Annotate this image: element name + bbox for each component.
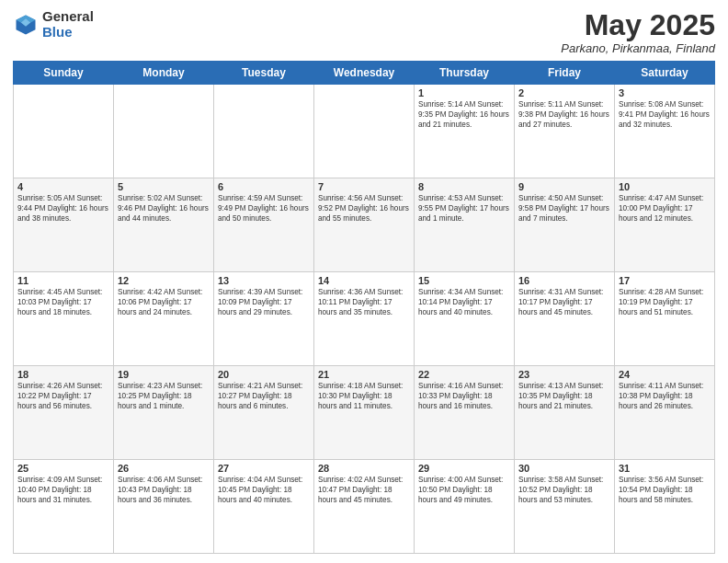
day-info: Sunrise: 4:39 AM Sunset: 10:09 PM Daylig… <box>218 287 310 317</box>
day-number: 2 <box>518 87 610 98</box>
cell-1-3 <box>214 85 314 178</box>
day-info: Sunrise: 4:21 AM Sunset: 10:27 PM Daylig… <box>218 381 310 411</box>
col-monday: Monday <box>114 62 214 85</box>
calendar-title: May 2025 <box>561 9 715 41</box>
week-row-5: 25Sunrise: 4:09 AM Sunset: 10:40 PM Dayl… <box>14 460 715 554</box>
day-number: 31 <box>619 463 711 474</box>
week-row-3: 11Sunrise: 4:45 AM Sunset: 10:03 PM Dayl… <box>14 272 715 366</box>
cell-4-1: 18Sunrise: 4:26 AM Sunset: 10:22 PM Dayl… <box>14 366 114 460</box>
cell-4-4: 21Sunrise: 4:18 AM Sunset: 10:30 PM Dayl… <box>314 366 415 460</box>
week-row-4: 18Sunrise: 4:26 AM Sunset: 10:22 PM Dayl… <box>14 366 715 460</box>
day-number: 20 <box>218 369 310 380</box>
day-info: Sunrise: 4:02 AM Sunset: 10:47 PM Daylig… <box>318 475 410 505</box>
cell-1-6: 2Sunrise: 5:11 AM Sunset: 9:38 PM Daylig… <box>515 85 615 178</box>
day-number: 17 <box>619 275 711 286</box>
day-number: 8 <box>418 181 510 192</box>
day-info: Sunrise: 5:11 AM Sunset: 9:38 PM Dayligh… <box>518 99 610 130</box>
col-wednesday: Wednesday <box>314 62 415 85</box>
day-number: 14 <box>318 275 410 286</box>
day-number: 22 <box>418 369 510 380</box>
col-friday: Friday <box>515 62 615 85</box>
day-info: Sunrise: 4:13 AM Sunset: 10:35 PM Daylig… <box>518 381 610 411</box>
cell-5-7: 31Sunrise: 3:56 AM Sunset: 10:54 PM Dayl… <box>615 460 715 554</box>
day-info: Sunrise: 4:34 AM Sunset: 10:14 PM Daylig… <box>418 287 510 317</box>
day-info: Sunrise: 4:47 AM Sunset: 10:00 PM Daylig… <box>619 193 711 224</box>
cell-2-7: 10Sunrise: 4:47 AM Sunset: 10:00 PM Dayl… <box>615 178 715 272</box>
col-tuesday: Tuesday <box>214 62 314 85</box>
logo-icon <box>13 12 39 38</box>
header-row: Sunday Monday Tuesday Wednesday Thursday… <box>14 62 715 85</box>
day-number: 9 <box>518 181 610 192</box>
day-info: Sunrise: 4:26 AM Sunset: 10:22 PM Daylig… <box>17 381 109 411</box>
day-info: Sunrise: 5:14 AM Sunset: 9:35 PM Dayligh… <box>418 99 510 130</box>
cell-2-1: 4Sunrise: 5:05 AM Sunset: 9:44 PM Daylig… <box>14 178 114 272</box>
cell-1-4 <box>314 85 415 178</box>
day-info: Sunrise: 4:16 AM Sunset: 10:33 PM Daylig… <box>418 381 510 411</box>
cell-4-5: 22Sunrise: 4:16 AM Sunset: 10:33 PM Dayl… <box>415 366 515 460</box>
day-info: Sunrise: 4:18 AM Sunset: 10:30 PM Daylig… <box>318 381 410 411</box>
day-number: 10 <box>619 181 711 192</box>
col-sunday: Sunday <box>14 62 114 85</box>
cell-5-5: 29Sunrise: 4:00 AM Sunset: 10:50 PM Dayl… <box>415 460 515 554</box>
day-number: 6 <box>218 181 310 192</box>
week-row-2: 4Sunrise: 5:05 AM Sunset: 9:44 PM Daylig… <box>14 178 715 272</box>
cell-2-3: 6Sunrise: 4:59 AM Sunset: 9:49 PM Daylig… <box>214 178 314 272</box>
day-info: Sunrise: 4:28 AM Sunset: 10:19 PM Daylig… <box>619 287 711 317</box>
day-number: 7 <box>318 181 410 192</box>
cell-3-2: 12Sunrise: 4:42 AM Sunset: 10:06 PM Dayl… <box>114 272 214 366</box>
logo-text: General Blue <box>42 9 94 40</box>
cell-3-4: 14Sunrise: 4:36 AM Sunset: 10:11 PM Dayl… <box>314 272 415 366</box>
day-info: Sunrise: 4:06 AM Sunset: 10:43 PM Daylig… <box>118 475 210 505</box>
col-saturday: Saturday <box>615 62 715 85</box>
cell-2-4: 7Sunrise: 4:56 AM Sunset: 9:52 PM Daylig… <box>314 178 415 272</box>
day-number: 28 <box>318 463 410 474</box>
day-info: Sunrise: 3:58 AM Sunset: 10:52 PM Daylig… <box>518 475 610 505</box>
day-info: Sunrise: 4:23 AM Sunset: 10:25 PM Daylig… <box>118 381 210 411</box>
cell-2-2: 5Sunrise: 5:02 AM Sunset: 9:46 PM Daylig… <box>114 178 214 272</box>
logo: General Blue <box>13 9 94 40</box>
day-info: Sunrise: 5:02 AM Sunset: 9:46 PM Dayligh… <box>118 193 210 224</box>
day-number: 12 <box>118 275 210 286</box>
cell-3-1: 11Sunrise: 4:45 AM Sunset: 10:03 PM Dayl… <box>14 272 114 366</box>
day-number: 24 <box>619 369 711 380</box>
day-info: Sunrise: 4:36 AM Sunset: 10:11 PM Daylig… <box>318 287 410 317</box>
calendar-table: Sunday Monday Tuesday Wednesday Thursday… <box>13 61 715 554</box>
day-number: 25 <box>17 463 109 474</box>
cell-2-5: 8Sunrise: 4:53 AM Sunset: 9:55 PM Daylig… <box>415 178 515 272</box>
day-number: 29 <box>418 463 510 474</box>
day-info: Sunrise: 4:53 AM Sunset: 9:55 PM Dayligh… <box>418 193 510 224</box>
day-info: Sunrise: 5:05 AM Sunset: 9:44 PM Dayligh… <box>17 193 109 224</box>
cell-5-1: 25Sunrise: 4:09 AM Sunset: 10:40 PM Dayl… <box>14 460 114 554</box>
title-block: May 2025 Parkano, Pirkanmaa, Finland <box>561 9 715 55</box>
day-number: 13 <box>218 275 310 286</box>
cell-1-1 <box>14 85 114 178</box>
cell-1-7: 3Sunrise: 5:08 AM Sunset: 9:41 PM Daylig… <box>615 85 715 178</box>
logo-general-text: General <box>42 9 94 25</box>
cell-3-3: 13Sunrise: 4:39 AM Sunset: 10:09 PM Dayl… <box>214 272 314 366</box>
day-number: 30 <box>518 463 610 474</box>
day-number: 18 <box>17 369 109 380</box>
cell-4-7: 24Sunrise: 4:11 AM Sunset: 10:38 PM Dayl… <box>615 366 715 460</box>
cell-4-3: 20Sunrise: 4:21 AM Sunset: 10:27 PM Dayl… <box>214 366 314 460</box>
cell-4-2: 19Sunrise: 4:23 AM Sunset: 10:25 PM Dayl… <box>114 366 214 460</box>
day-number: 4 <box>17 181 109 192</box>
cell-1-5: 1Sunrise: 5:14 AM Sunset: 9:35 PM Daylig… <box>415 85 515 178</box>
day-info: Sunrise: 5:08 AM Sunset: 9:41 PM Dayligh… <box>619 99 711 130</box>
day-number: 15 <box>418 275 510 286</box>
day-number: 21 <box>318 369 410 380</box>
day-number: 11 <box>17 275 109 286</box>
day-number: 19 <box>118 369 210 380</box>
day-info: Sunrise: 4:45 AM Sunset: 10:03 PM Daylig… <box>17 287 109 317</box>
day-number: 16 <box>518 275 610 286</box>
cell-1-2 <box>114 85 214 178</box>
cell-5-6: 30Sunrise: 3:58 AM Sunset: 10:52 PM Dayl… <box>515 460 615 554</box>
day-number: 5 <box>118 181 210 192</box>
day-number: 3 <box>619 87 711 98</box>
cell-5-4: 28Sunrise: 4:02 AM Sunset: 10:47 PM Dayl… <box>314 460 415 554</box>
day-info: Sunrise: 4:09 AM Sunset: 10:40 PM Daylig… <box>17 475 109 505</box>
cell-5-2: 26Sunrise: 4:06 AM Sunset: 10:43 PM Dayl… <box>114 460 214 554</box>
day-number: 1 <box>418 87 510 98</box>
day-info: Sunrise: 4:31 AM Sunset: 10:17 PM Daylig… <box>518 287 610 317</box>
day-info: Sunrise: 4:59 AM Sunset: 9:49 PM Dayligh… <box>218 193 310 224</box>
day-info: Sunrise: 4:00 AM Sunset: 10:50 PM Daylig… <box>418 475 510 505</box>
